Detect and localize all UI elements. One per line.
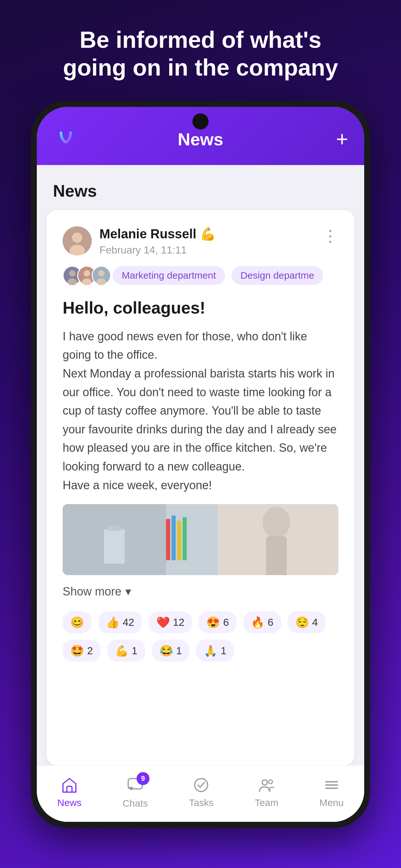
- audience-avatar-3: [92, 266, 111, 285]
- svg-point-11: [97, 278, 106, 285]
- reaction-fire[interactable]: 🔥6: [243, 611, 281, 633]
- svg-point-10: [98, 270, 104, 277]
- reaction-relieved[interactable]: 😌4: [288, 611, 326, 633]
- bottom-nav: News 9 Chats Tasks: [37, 765, 364, 822]
- reaction-starstruck[interactable]: 😍6: [198, 611, 237, 633]
- svg-rect-15: [107, 526, 121, 531]
- svg-rect-19: [182, 517, 187, 560]
- audience-avatars: [63, 266, 106, 285]
- nav-label-tasks: Tasks: [189, 797, 214, 808]
- svg-rect-16: [166, 519, 170, 560]
- svg-point-7: [84, 270, 90, 277]
- post-title: Hello, colleagues!: [63, 298, 338, 317]
- svg-rect-22: [266, 536, 287, 575]
- dept-tag-marketing[interactable]: Marketing department: [113, 266, 225, 285]
- add-button[interactable]: +: [322, 127, 348, 151]
- nav-item-chats[interactable]: 9 Chats: [123, 775, 148, 809]
- author-avatar: [63, 226, 92, 255]
- post-body: I have good news even for those, who don…: [63, 327, 338, 494]
- nav-label-menu: Menu: [319, 797, 343, 808]
- headline: Be informed of what's going on in the co…: [37, 0, 364, 101]
- svg-rect-18: [177, 521, 181, 560]
- show-more-button[interactable]: Show more ▾: [63, 585, 338, 598]
- author-info: Melanie Russell 💪 February 14, 11:11: [99, 226, 316, 256]
- svg-point-24: [195, 779, 208, 792]
- card-header: Melanie Russell 💪 February 14, 11:11 ⋮: [63, 226, 338, 256]
- svg-point-8: [82, 278, 92, 285]
- reaction-pray[interactable]: 🙏1: [196, 640, 234, 662]
- author-name: Melanie Russell 💪: [99, 226, 316, 242]
- reaction-thumbsup[interactable]: 👍42: [98, 611, 142, 633]
- post-image: [63, 504, 338, 575]
- svg-point-1: [72, 232, 82, 243]
- chevron-down-icon: ▾: [125, 585, 131, 598]
- phone-screen: News + News Mela: [37, 107, 364, 822]
- dept-tag-design[interactable]: Design departme: [232, 266, 323, 285]
- svg-rect-17: [172, 516, 176, 560]
- app-logo: [53, 126, 79, 152]
- more-options-icon[interactable]: ⋮: [316, 226, 338, 245]
- content-area: News Melanie Russell 💪 February: [37, 165, 364, 765]
- app-header: News +: [37, 107, 364, 165]
- camera-notch: [192, 113, 209, 129]
- svg-point-5: [68, 278, 77, 285]
- reactions-row-1: 😊 👍42 ❤️12 😍6 🔥6 😌4: [63, 611, 338, 633]
- nav-item-team[interactable]: Team: [255, 776, 278, 808]
- reaction-muscle[interactable]: 💪1: [107, 640, 145, 662]
- svg-rect-14: [104, 529, 125, 564]
- svg-point-4: [69, 270, 75, 277]
- reaction-heart[interactable]: ❤️12: [149, 611, 192, 633]
- add-reaction-button[interactable]: 😊: [63, 611, 92, 633]
- nav-label-chats: Chats: [123, 798, 148, 809]
- nav-label-news: News: [58, 797, 82, 808]
- header-title: News: [79, 129, 322, 149]
- audience-row: Marketing department Design departme: [63, 266, 338, 285]
- svg-point-25: [262, 780, 267, 785]
- nav-label-team: Team: [255, 797, 278, 808]
- nav-item-tasks[interactable]: Tasks: [189, 776, 214, 808]
- svg-point-26: [269, 780, 273, 784]
- chats-badge: 9: [136, 772, 150, 785]
- reaction-hugging[interactable]: 🤩2: [63, 640, 101, 662]
- reactions-row-2: 🤩2 💪1 😂1 🙏1: [63, 640, 338, 662]
- author-date: February 14, 11:11: [99, 244, 316, 256]
- reaction-joy[interactable]: 😂1: [152, 640, 190, 662]
- news-section-title: News: [37, 165, 364, 210]
- nav-item-news[interactable]: News: [58, 776, 82, 808]
- svg-point-21: [263, 507, 290, 538]
- news-card: Melanie Russell 💪 February 14, 11:11 ⋮: [47, 210, 354, 765]
- phone-wrapper: News + News Mela: [31, 101, 370, 828]
- nav-item-menu[interactable]: Menu: [319, 776, 343, 808]
